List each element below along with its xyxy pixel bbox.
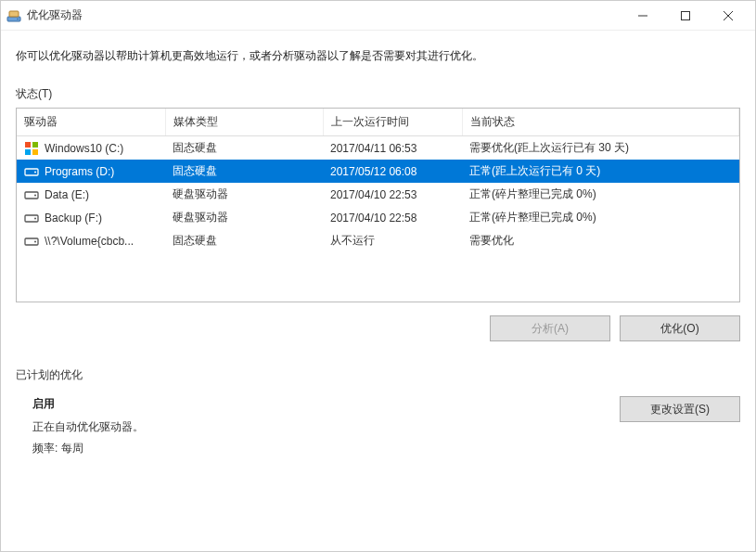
hdd-icon [24,187,39,202]
table-row[interactable]: Backup (F:)硬盘驱动器2017/04/10 22:58正常(碎片整理已… [17,206,739,229]
table-row[interactable]: Windows10 (C:)固态硬盘2017/04/11 06:53需要优化(距… [17,136,739,160]
content-area: 你可以优化驱动器以帮助计算机更高效地运行，或者分析驱动器以了解是否需要对其进行优… [1,31,755,551]
window-controls [621,2,750,30]
svg-point-2 [17,18,19,19]
current-status: 需要优化(距上次运行已有 30 天) [462,136,739,160]
media-type: 硬盘驱动器 [165,206,323,229]
change-settings-button[interactable]: 更改设置(S) [620,396,740,422]
col-header-media[interactable]: 媒体类型 [165,109,323,136]
current-status: 需要优化 [462,229,739,252]
table-row[interactable]: Programs (D:)固态硬盘2017/05/12 06:08正常(距上次运… [17,160,739,183]
col-header-status[interactable]: 当前状态 [462,109,739,136]
status-label: 状态(T) [16,86,740,102]
window-title: 优化驱动器 [27,7,621,23]
last-run: 2017/05/12 06:08 [323,160,462,183]
svg-rect-8 [32,142,38,148]
last-run: 2017/04/10 22:53 [323,183,462,206]
svg-rect-0 [7,17,20,21]
media-type: 固态硬盘 [165,136,323,160]
col-header-lastrun[interactable]: 上一次运行时间 [323,109,462,136]
svg-rect-10 [32,149,38,155]
svg-point-14 [34,194,36,196]
svg-rect-7 [25,142,31,148]
table-row[interactable]: Data (E:)硬盘驱动器2017/04/10 22:53正常(碎片整理已完成… [17,183,739,206]
svg-point-12 [34,171,36,173]
schedule-enabled-label: 启用 [32,396,620,412]
last-run: 从不运行 [323,229,462,252]
svg-point-16 [34,217,36,219]
media-type: 固态硬盘 [165,229,323,252]
svg-rect-4 [682,11,690,19]
minimize-button[interactable] [621,2,664,30]
drive-name: Backup (F:) [45,212,102,225]
drive-list[interactable]: 驱动器 媒体类型 上一次运行时间 当前状态 Windows10 (C:)固态硬盘… [16,108,740,302]
hdd-icon [24,234,39,249]
app-icon [6,8,21,23]
action-buttons: 分析(A) 优化(O) [16,315,740,341]
media-type: 硬盘驱动器 [165,183,323,206]
windows-drive-icon [24,141,39,156]
svg-rect-9 [25,149,31,155]
last-run: 2017/04/10 22:58 [323,206,462,229]
schedule-section: 已计划的优化 启用 正在自动优化驱动器。 频率: 每周 更改设置(S) [16,367,740,462]
hdd-icon [24,211,39,225]
schedule-title: 已计划的优化 [16,367,740,383]
schedule-line-2: 频率: 每周 [32,441,620,456]
description-text: 你可以优化驱动器以帮助计算机更高效地运行，或者分析驱动器以了解是否需要对其进行优… [16,47,740,64]
schedule-line-1: 正在自动优化驱动器。 [32,419,620,435]
current-status: 正常(距上次运行已有 0 天) [462,160,739,183]
schedule-info: 启用 正在自动优化驱动器。 频率: 每周 [16,396,620,462]
titlebar: 优化驱动器 [1,1,755,31]
current-status: 正常(碎片整理已完成 0%) [462,206,739,229]
hdd-icon [24,164,39,179]
maximize-button[interactable] [664,2,707,30]
drive-name: \\?\Volume{cbcb... [45,235,134,248]
col-header-drive[interactable]: 驱动器 [17,109,165,136]
analyze-button[interactable]: 分析(A) [490,315,610,341]
current-status: 正常(碎片整理已完成 0%) [462,183,739,206]
table-row[interactable]: \\?\Volume{cbcb...固态硬盘从不运行需要优化 [17,229,739,252]
svg-point-18 [34,240,36,242]
close-button[interactable] [707,2,750,30]
drive-name: Data (E:) [45,188,89,201]
media-type: 固态硬盘 [165,160,323,183]
drive-name: Windows10 (C:) [45,142,123,155]
svg-rect-1 [9,11,19,17]
last-run: 2017/04/11 06:53 [323,136,462,160]
window-root: 优化驱动器 你可以优化驱动器以帮助计算机更高效地运行，或者分析驱动器以了解是否需… [0,0,756,552]
drive-name: Programs (D:) [45,165,114,178]
optimize-button[interactable]: 优化(O) [620,315,740,341]
